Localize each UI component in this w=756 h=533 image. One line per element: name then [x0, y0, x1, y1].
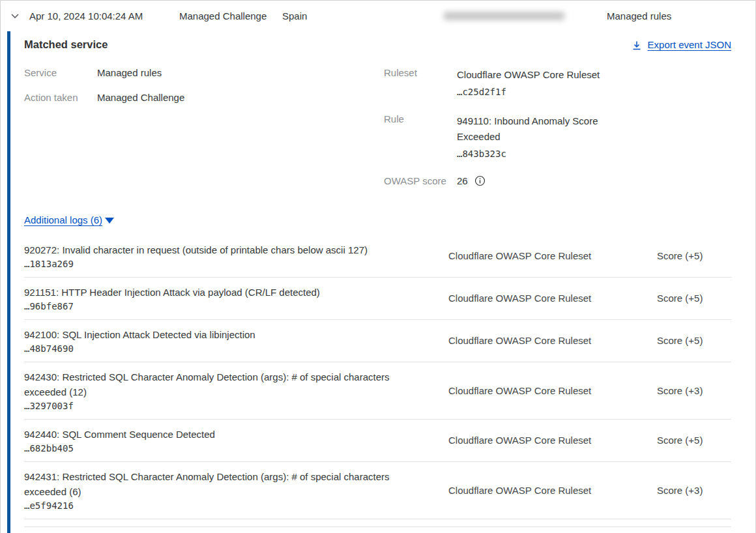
log-rule-description: 942100: SQL Injection Attack Detected vi… — [24, 327, 412, 342]
event-host-redacted — [444, 12, 568, 20]
firewall-event-detail: Apr 10, 2024 10:04:24 AM Managed Challen… — [0, 0, 756, 533]
ruleset-id-hash: …c25d2f1f — [457, 84, 617, 100]
log-rule-description: 921151: HTTP Header Injection Attack via… — [24, 285, 412, 300]
event-action: Managed Challenge — [179, 10, 282, 22]
log-ruleset-name: Cloudflare OWASP Core Ruleset — [448, 293, 657, 304]
log-rule-id-hash: …3297003f — [24, 401, 412, 411]
redacted-text-blur — [444, 12, 564, 20]
rule-value: 949110: Inbound Anomaly Score Exceeded — [457, 113, 617, 145]
ruleset-field: Ruleset Cloudflare OWASP Core Ruleset …c… — [384, 67, 731, 100]
panel-bottom-divider — [24, 519, 731, 527]
owasp-score-field: OWASP score 26 — [384, 175, 731, 186]
rule-id-hash: …843b323c — [457, 146, 617, 162]
service-value: Managed rules — [97, 67, 162, 78]
log-rule-description: 942431: Restricted SQL Character Anomaly… — [24, 469, 412, 499]
additional-logs-toggle[interactable]: Additional logs (6) — [24, 214, 102, 225]
rule-field: Rule 949110: Inbound Anomaly Score Excee… — [384, 113, 731, 162]
matched-service-title: Matched service — [24, 38, 108, 51]
triangle-down-icon — [105, 218, 114, 223]
log-rule-id-hash: …1813a269 — [24, 259, 412, 269]
export-event-json-label: Export event JSON — [648, 39, 731, 50]
log-rule-id-hash: …48b74690 — [24, 343, 412, 354]
log-score: Score (+5) — [657, 435, 729, 446]
log-score: Score (+5) — [657, 293, 729, 304]
log-ruleset-name: Cloudflare OWASP Core Ruleset — [448, 485, 657, 496]
chevron-down-icon — [10, 10, 20, 21]
collapse-row-button[interactable] — [10, 10, 29, 21]
log-rule-id-hash: …e5f94216 — [24, 500, 412, 511]
additional-logs-table: 920272: Invalid character in request (ou… — [24, 235, 731, 519]
service-field: Service Managed rules — [24, 67, 384, 78]
log-rule-description: 920272: Invalid character in request (ou… — [24, 242, 412, 257]
owasp-score-label: OWASP score — [384, 175, 457, 186]
owasp-score-value: 26 — [457, 175, 468, 186]
selected-row-accent-bar — [7, 31, 10, 533]
rule-label: Rule — [384, 113, 457, 162]
log-rule-description: 942440: SQL Comment Sequence Detected — [24, 427, 412, 442]
log-row: 942100: SQL Injection Attack Detected vi… — [24, 320, 731, 362]
log-score: Score (+3) — [657, 485, 729, 496]
log-ruleset-name: Cloudflare OWASP Core Ruleset — [448, 435, 657, 446]
log-row: 921151: HTTP Header Injection Attack via… — [24, 278, 731, 320]
export-event-json-link[interactable]: Export event JSON — [632, 38, 731, 50]
ruleset-value: Cloudflare OWASP Core Ruleset — [457, 67, 617, 83]
log-rule-description: 942430: Restricted SQL Character Anomaly… — [24, 369, 412, 399]
log-rule-id-hash: …682bb405 — [24, 443, 412, 454]
event-timestamp: Apr 10, 2024 10:04:24 AM — [29, 10, 179, 22]
owasp-score-info-button[interactable] — [474, 175, 486, 186]
event-country: Spain — [282, 10, 444, 22]
log-row: 920272: Invalid character in request (ou… — [24, 235, 731, 278]
download-icon — [632, 38, 642, 50]
additional-logs-label: Additional logs (6) — [24, 214, 102, 225]
log-score: Score (+5) — [657, 335, 729, 346]
action-taken-field: Action taken Managed Challenge — [24, 92, 384, 103]
ruleset-label: Ruleset — [384, 67, 457, 100]
event-service: Managed rules — [607, 10, 671, 22]
log-score: Score (+5) — [657, 250, 729, 261]
log-ruleset-name: Cloudflare OWASP Core Ruleset — [448, 250, 657, 261]
log-row: 942431: Restricted SQL Character Anomaly… — [24, 462, 731, 519]
log-ruleset-name: Cloudflare OWASP Core Ruleset — [448, 385, 657, 396]
info-icon — [474, 175, 486, 186]
log-row: 942430: Restricted SQL Character Anomaly… — [24, 362, 731, 420]
event-row-header: Apr 10, 2024 10:04:24 AM Managed Challen… — [1, 1, 755, 31]
action-taken-value: Managed Challenge — [97, 92, 184, 103]
log-rule-id-hash: …96bfe867 — [24, 301, 412, 311]
log-score: Score (+3) — [657, 385, 729, 396]
action-taken-label: Action taken — [24, 92, 97, 103]
log-ruleset-name: Cloudflare OWASP Core Ruleset — [448, 335, 657, 346]
service-label: Service — [24, 67, 97, 78]
expanded-event-panel: Matched service Export event JSON — [1, 31, 755, 533]
log-row: 942440: SQL Comment Sequence Detected …6… — [24, 420, 731, 462]
